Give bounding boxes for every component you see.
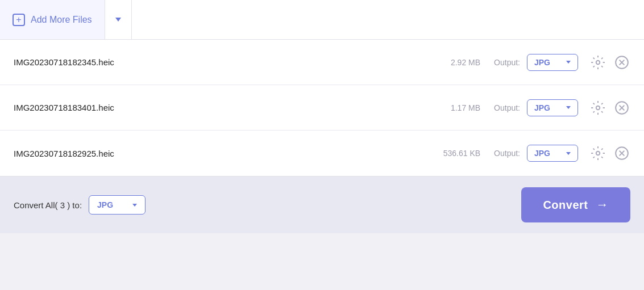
output-label: Output: <box>494 149 520 158</box>
convert-button-label: Convert <box>543 199 588 212</box>
svg-point-8 <box>596 152 600 155</box>
arrow-right-icon: → <box>596 197 609 212</box>
settings-button-3[interactable] <box>589 145 606 162</box>
file-name: IMG20230718182345.heic <box>14 57 418 67</box>
remove-button-1[interactable] <box>613 54 630 71</box>
chevron-down-icon <box>132 204 137 207</box>
table-row: IMG20230718182925.heic 536.61 KB Output:… <box>0 131 644 176</box>
toolbar: Add More Files <box>0 0 644 40</box>
format-value-2: JPG <box>534 103 550 112</box>
file-size: 2.92 MB <box>418 58 480 67</box>
remove-button-3[interactable] <box>613 145 630 162</box>
format-select-3[interactable]: JPG <box>527 145 578 162</box>
file-name: IMG20230718182925.heic <box>14 149 418 158</box>
output-label: Output: <box>494 58 520 67</box>
expand-button[interactable] <box>105 0 132 39</box>
format-value-1: JPG <box>534 58 550 67</box>
table-row: IMG20230718182345.heic 2.92 MB Output: J… <box>0 40 644 85</box>
settings-button-1[interactable] <box>589 54 606 71</box>
table-row: IMG20230718183401.heic 1.17 MB Output: J… <box>0 85 644 131</box>
convert-all-label: Convert All( 3 ) to: <box>14 200 82 210</box>
chevron-down-icon <box>566 152 571 155</box>
settings-button-2[interactable] <box>589 99 606 116</box>
footer-bar: Convert All( 3 ) to: JPG Convert → <box>0 176 644 233</box>
format-value-3: JPG <box>534 149 550 158</box>
convert-button[interactable]: Convert → <box>521 187 630 222</box>
file-list: IMG20230718182345.heic 2.92 MB Output: J… <box>0 40 644 176</box>
output-label: Output: <box>494 103 520 112</box>
add-files-button[interactable]: Add More Files <box>0 0 105 39</box>
remove-button-2[interactable] <box>613 99 630 116</box>
svg-point-0 <box>596 60 600 64</box>
convert-all-format-value: JPG <box>97 200 113 209</box>
convert-all-format-select[interactable]: JPG <box>89 195 146 215</box>
chevron-down-icon <box>115 18 121 22</box>
format-select-2[interactable]: JPG <box>527 99 578 116</box>
add-files-label: Add More Files <box>31 15 92 25</box>
convert-all-section: Convert All( 3 ) to: JPG <box>14 195 146 215</box>
app-container: Add More Files IMG20230718182345.heic 2.… <box>0 0 644 290</box>
format-select-1[interactable]: JPG <box>527 54 578 71</box>
svg-point-4 <box>596 106 600 110</box>
file-name: IMG20230718183401.heic <box>14 103 418 112</box>
chevron-down-icon <box>566 106 571 109</box>
chevron-down-icon <box>566 61 571 64</box>
add-file-icon <box>13 14 25 26</box>
file-size: 536.61 KB <box>418 149 480 158</box>
file-size: 1.17 MB <box>418 103 480 112</box>
